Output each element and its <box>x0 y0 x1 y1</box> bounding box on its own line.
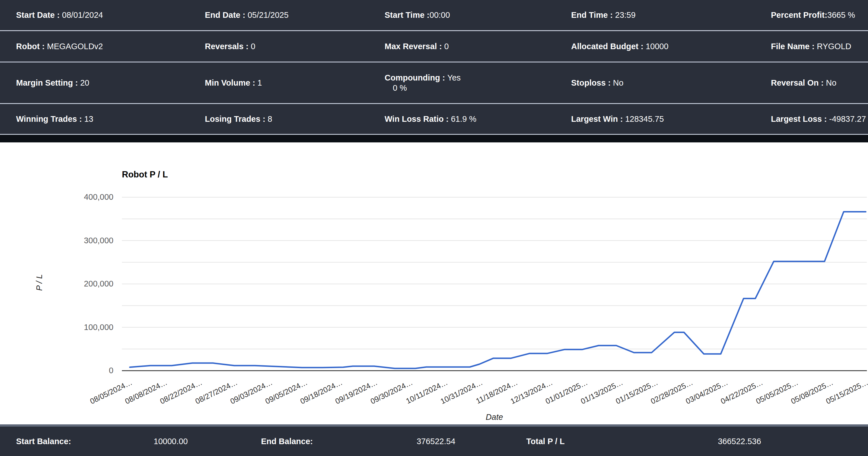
stat-value: 1 <box>257 78 262 87</box>
stat-value: 08/01/2024 <box>62 10 103 20</box>
stat-value: No <box>613 78 623 87</box>
stat-label: Max Reversal : <box>384 42 444 51</box>
stat-value: 23:59 <box>615 10 636 20</box>
stat-label: Largest Loss : <box>771 114 829 123</box>
stat-label: Largest Win : <box>571 114 625 123</box>
stat-value: 8 <box>268 114 272 123</box>
stat-label: Start Date : <box>16 10 62 20</box>
stat-compounding: Compounding : Yes 0 % <box>384 73 571 93</box>
end-balance-value: 376522.54 <box>346 437 526 446</box>
balance-footer: Start Balance: 10000.00 End Balance: 376… <box>0 424 868 456</box>
stat-value: 00:00 <box>430 10 450 20</box>
stat-largest-loss: Largest Loss : -49837.27 <box>771 114 868 124</box>
stat-end-date: End Date : 05/21/2025 <box>205 10 384 20</box>
stat-losing-trades: Losing Trades : 8 <box>205 114 384 124</box>
stat-value: 128345.75 <box>625 114 664 123</box>
stat-max-reversal: Max Reversal : 0 <box>384 41 571 51</box>
stat-label: Percent Profit: <box>771 10 827 20</box>
stat-value: 20 <box>80 78 89 87</box>
chart-plot-area[interactable] <box>122 181 867 378</box>
stat-value: 13 <box>84 114 93 123</box>
stat-stoploss: Stoploss : No <box>571 78 771 88</box>
stat-value: 0 <box>444 42 449 51</box>
stat-start-time: Start Time :00:00 <box>384 10 571 20</box>
stat-value: -49837.27 <box>829 114 866 123</box>
y-tick-label: 400,000 <box>45 192 114 202</box>
stats-row-3: Margin Setting : 20 Min Volume : 1 Compo… <box>0 62 868 104</box>
start-balance-value: 10000.00 <box>81 437 261 446</box>
pl-line-chart-svg <box>122 181 867 378</box>
stat-allocated-budget: Allocated Budget : 10000 <box>571 41 771 51</box>
stat-start-date: Start Date : 08/01/2024 <box>16 10 205 20</box>
stats-table: Start Date : 08/01/2024 End Date : 05/21… <box>0 0 868 135</box>
stat-label: Robot : <box>16 42 47 51</box>
stat-largest-win: Largest Win : 128345.75 <box>571 114 771 124</box>
start-balance-label: Start Balance: <box>16 437 81 446</box>
total-pl-value: 366522.536 <box>611 437 868 446</box>
stat-label: Min Volume : <box>205 78 257 87</box>
stat-value: 10000 <box>646 42 669 51</box>
stats-row-2: Robot : MEGAGOLDv2 Reversals : 0 Max Rev… <box>0 31 868 62</box>
stat-label: Winning Trades : <box>16 114 84 123</box>
stat-label: Reversal On : <box>771 78 826 87</box>
stat-label: Losing Trades : <box>205 114 268 123</box>
stat-value: 61.9 % <box>451 114 476 123</box>
stat-label: Reversals : <box>205 42 251 51</box>
stat-label: Stoploss : <box>571 78 613 87</box>
y-tick-label: 300,000 <box>45 236 114 245</box>
stat-reversal-on: Reversal On : No <box>771 78 868 88</box>
stat-label: Start Time : <box>384 10 430 20</box>
y-tick-label: 100,000 <box>45 323 114 332</box>
chart-title: Robot P / L <box>122 170 168 180</box>
stats-row-4: Winning Trades : 13 Losing Trades : 8 Wi… <box>0 104 868 135</box>
stat-robot: Robot : MEGAGOLDv2 <box>16 41 205 51</box>
stat-value: 3665 % <box>827 10 855 20</box>
stat-label: Margin Setting : <box>16 78 80 87</box>
x-axis-title: Date <box>466 412 523 422</box>
stat-label: File Name : <box>771 42 817 51</box>
stat-reversals: Reversals : 0 <box>205 41 384 51</box>
stat-min-volume: Min Volume : 1 <box>205 78 384 88</box>
stat-file-name: File Name : RYGOLD <box>771 41 868 51</box>
pl-series-line <box>130 211 866 368</box>
stat-end-time: End Time : 23:59 <box>571 10 771 20</box>
stat-value: No <box>826 78 836 87</box>
y-tick-label: 0 <box>45 366 114 375</box>
stat-label: Compounding : <box>384 73 447 82</box>
stat-margin-setting: Margin Setting : 20 <box>16 78 205 88</box>
pl-chart-card: Robot P / L P / L 0100,000200,000300,000… <box>0 142 868 424</box>
stat-value: Yes <box>447 73 461 82</box>
stat-label: Win Loss Ratio : <box>384 114 451 123</box>
stat-value: 05/21/2025 <box>247 10 288 20</box>
stat-value: 0 <box>251 42 255 51</box>
backtest-report-page: Start Date : 08/01/2024 End Date : 05/21… <box>0 0 868 456</box>
y-axis-title: P / L <box>35 274 44 291</box>
stat-percent-profit: Percent Profit:3665 % <box>771 10 868 20</box>
stat-value: MEGAGOLDv2 <box>47 42 103 51</box>
stat-win-loss-ratio: Win Loss Ratio : 61.9 % <box>384 114 571 124</box>
stats-row-1: Start Date : 08/01/2024 End Date : 05/21… <box>0 0 868 31</box>
stat-label: End Date : <box>205 10 247 20</box>
end-balance-label: End Balance: <box>261 437 346 446</box>
total-pl-label: Total P / L <box>526 437 611 446</box>
separator-band <box>0 135 868 142</box>
stat-compounding-percent: 0 % <box>393 83 571 93</box>
stat-winning-trades: Winning Trades : 13 <box>16 114 205 124</box>
stat-label: Allocated Budget : <box>571 42 646 51</box>
stat-label: End Time : <box>571 10 615 20</box>
y-tick-label: 200,000 <box>45 279 114 288</box>
stat-value: RYGOLD <box>817 42 851 51</box>
